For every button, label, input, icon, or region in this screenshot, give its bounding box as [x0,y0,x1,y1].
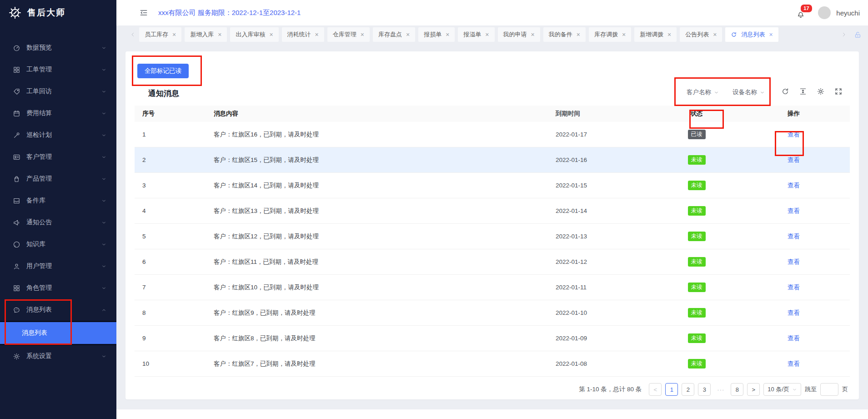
sidebar-item-数据预览[interactable]: 数据预览 [0,37,116,59]
row-action-cell: 查看 [738,283,850,292]
row-action-cell: 查看 [738,309,850,317]
tab-我的备件[interactable]: 我的备件× [543,27,586,42]
status-badge: 未读 [688,206,706,216]
page-size-select[interactable]: 10 条/页 [763,383,801,396]
grid-icon [13,284,20,292]
tab-close-icon[interactable]: × [713,31,717,38]
tab-新增调拨[interactable]: 新增调拨× [634,27,677,42]
tab-报损单[interactable]: 报损单× [418,27,455,42]
view-link[interactable]: 查看 [788,309,800,316]
status-badge: 未读 [688,283,706,293]
tab-close-icon[interactable]: × [315,31,319,38]
sidebar-item-产品管理[interactable]: 产品管理 [0,168,116,190]
chevron-down-icon [101,45,106,50]
view-link[interactable]: 查看 [788,207,800,214]
sidebar-item-客户管理[interactable]: 客户管理 [0,146,116,168]
device-name-filter[interactable]: 设备名称 [733,88,765,96]
view-link[interactable]: 查看 [788,284,800,291]
sidebar-item-系统设置[interactable]: 系统设置 [0,345,116,367]
menu-fold-icon[interactable] [139,8,148,17]
pagination-page-2[interactable]: 2 [682,383,694,396]
pagination-next-button[interactable]: > [747,383,760,396]
tab-close-icon[interactable]: × [531,31,535,38]
pagination-page-3[interactable]: 3 [698,383,711,396]
sidebar-item-费用结算[interactable]: 费用结算 [0,102,116,124]
row-no: 9 [135,335,214,342]
unlock-icon[interactable] [854,31,862,39]
tab-close-icon[interactable]: × [769,31,773,38]
view-link[interactable]: 查看 [788,131,800,138]
jump-page-input[interactable] [820,383,838,396]
row-no: 7 [135,284,214,291]
sidebar-item-通知公告[interactable]: 通知公告 [0,212,116,233]
col-header-no: 序号 [135,110,214,118]
sidebar-item-巡检计划[interactable]: 巡检计划 [0,124,116,146]
fullscreen-icon[interactable] [834,87,843,96]
tab-close-icon[interactable]: × [406,31,410,38]
sidebar-item-label: 通知公告 [26,218,95,227]
sidebar-item-用户管理[interactable]: 用户管理 [0,255,116,277]
tab-label: 我的备件 [549,30,572,39]
view-link[interactable]: 查看 [788,156,800,163]
view-link[interactable]: 查看 [788,233,800,240]
tab-库存调拨[interactable]: 库存调拨× [589,27,631,42]
row-action-cell: 查看 [738,360,850,368]
sidebar-item-label: 知识库 [26,240,95,248]
tab-出入库审核[interactable]: 出入库审核× [230,27,278,42]
col-header-action: 操作 [738,110,850,118]
tab-close-icon[interactable]: × [172,31,176,38]
sidebar-subitem-消息列表[interactable]: 消息列表 [0,321,116,345]
tab-公告列表[interactable]: 公告列表× [680,27,722,42]
status-badge: 未读 [688,155,706,165]
view-link[interactable]: 查看 [788,258,800,265]
notification-bell[interactable]: 17 [796,7,806,18]
pagination-page-1[interactable]: 1 [665,383,678,396]
filter-group: 客户名称 设备名称 [687,86,765,98]
tab-消耗统计[interactable]: 消耗统计× [282,27,324,42]
username[interactable]: heyuchi [836,9,860,17]
sidebar-item-知识库[interactable]: 知识库 [0,233,116,255]
tab-label: 员工库存 [145,30,168,39]
view-link[interactable]: 查看 [788,360,800,367]
customer-name-filter[interactable]: 客户名称 [687,88,719,96]
row-status-cell: 未读 [656,308,738,318]
tab-新增入库[interactable]: 新增入库× [185,27,227,42]
tab-label: 消息列表 [741,30,765,39]
tab-close-icon[interactable]: × [361,31,364,38]
mark-all-read-button[interactable]: 全部标记已读 [137,64,189,78]
sidebar-item-消息列表[interactable]: 消息列表 [0,299,116,321]
tab-close-icon[interactable]: × [218,31,221,38]
view-link[interactable]: 查看 [788,182,800,189]
table-row: 7客户：红旗区10，已到期，请及时处理2022-01-11未读查看 [135,275,850,300]
table-row: 10客户：红旗区7，已到期，请及时处理2022-01-08未读查看 [135,351,850,377]
tab-close-icon[interactable]: × [577,31,580,38]
settings-gear-icon[interactable] [817,87,825,96]
tab-close-icon[interactable]: × [485,31,489,38]
tabs-container: 员工库存×新增入库×出入库审核×消耗统计×仓库管理×库存盘点×报损单×报溢单×我… [139,27,778,42]
sidebar-item-label: 系统设置 [26,352,95,360]
density-icon[interactable] [799,87,807,96]
tab-close-icon[interactable]: × [446,31,449,38]
tab-我的申请[interactable]: 我的申请× [498,27,540,42]
refresh-icon[interactable] [781,87,789,96]
sidebar-item-角色管理[interactable]: 角色管理 [0,277,116,299]
tab-close-icon[interactable]: × [269,31,273,38]
tab-库存盘点[interactable]: 库存盘点× [373,27,415,42]
table-row: 1客户：红旗区16，已到期，请及时处理2022-01-17已读查看 [135,122,850,147]
tab-close-icon[interactable]: × [622,31,626,38]
user-avatar[interactable] [818,6,831,19]
pagination-prev-button: < [649,383,662,396]
chevron-down-icon [101,198,106,203]
sidebar-item-工单回访[interactable]: 工单回访 [0,81,116,102]
view-link[interactable]: 查看 [788,335,800,342]
sidebar-item-工单管理[interactable]: 工单管理 [0,59,116,81]
tab-报溢单[interactable]: 报溢单× [458,27,494,42]
tab-消息列表[interactable]: 消息列表× [725,27,778,42]
tab-close-icon[interactable]: × [667,31,671,38]
sidebar-item-备件库[interactable]: 备件库 [0,190,116,212]
tab-员工库存[interactable]: 员工库存× [139,27,181,42]
pagination-page-8[interactable]: 8 [731,383,743,396]
tabs-scroll-right-icon[interactable] [841,32,847,37]
tab-仓库管理[interactable]: 仓库管理× [327,27,370,42]
tabs-scroll-left-icon[interactable] [130,32,135,37]
